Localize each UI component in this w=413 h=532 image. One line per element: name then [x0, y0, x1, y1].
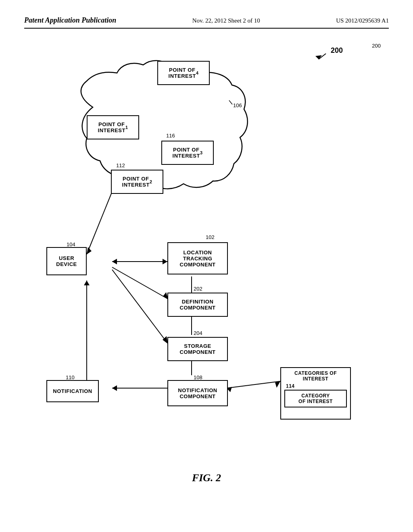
box-location-tracking: LOCATIONTRACKINGCOMPONENT [167, 242, 228, 274]
header: Patent Application Publication Nov. 22, … [24, 16, 389, 29]
diagram: 200 106 [24, 37, 389, 492]
box-point-of-interest-3: POINT OFINTEREST3 [161, 141, 214, 165]
svg-marker-2 [315, 55, 322, 59]
svg-line-1 [319, 54, 326, 59]
svg-line-4 [229, 100, 232, 104]
box-notification-component: NOTIFICATIONCOMPONENT [167, 380, 228, 406]
svg-text:200: 200 [331, 46, 343, 54]
svg-marker-16 [84, 281, 90, 285]
page: Patent Application Publication Nov. 22, … [0, 0, 413, 532]
svg-marker-10 [112, 259, 117, 264]
svg-line-11 [112, 267, 167, 299]
ref-116: 116 [166, 133, 175, 139]
svg-marker-7 [87, 247, 92, 254]
box-point-of-interest-1: POINT OFINTEREST1 [87, 115, 139, 139]
header-patent-number: US 2012/0295639 A1 [336, 17, 389, 24]
ref-110: 110 [66, 374, 75, 380]
ref-202: 202 [194, 286, 202, 292]
header-publication-label: Patent Application Publication [24, 16, 116, 25]
ref-104: 104 [67, 241, 75, 247]
header-date-sheet: Nov. 22, 2012 Sheet 2 of 10 [192, 17, 260, 24]
box-storage-component: STORAGECOMPONENT [167, 337, 228, 361]
svg-marker-20 [275, 381, 280, 388]
ref-102: 102 [206, 234, 215, 240]
ref-112: 112 [116, 162, 125, 168]
box-definition-component: DEFINITIONCOMPONENT [167, 293, 228, 317]
box-user-device: USERDEVICE [46, 247, 87, 275]
svg-marker-18 [112, 385, 117, 391]
svg-marker-9 [163, 259, 167, 264]
figure-caption: FIG. 2 [192, 472, 221, 484]
box-categories-outer: CATEGORIES OFINTEREST 114 CATEGORYOF INT… [280, 367, 351, 420]
ref-108: 108 [194, 374, 202, 380]
box-point-of-interest-4: POINT OFINTEREST4 [157, 61, 210, 85]
box-point-of-interest-2: POINT OFINTEREST2 [111, 170, 163, 194]
box-notification: NOTIFICATION [46, 380, 99, 402]
svg-line-13 [112, 270, 167, 343]
ref-200: 200 [372, 43, 381, 49]
svg-line-19 [227, 381, 280, 388]
svg-text:106: 106 [233, 102, 242, 108]
ref-204: 204 [194, 330, 202, 336]
